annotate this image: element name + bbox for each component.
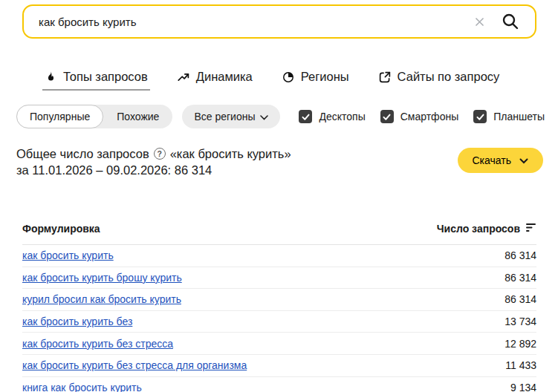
sort-descending-icon (525, 223, 536, 235)
checkbox-desktops[interactable]: Десктопы (299, 110, 365, 123)
summary-prefix: Общее число запросов (16, 146, 149, 162)
tab-sites-by-query[interactable]: Сайты по запросу (376, 70, 502, 91)
search-input[interactable] (39, 16, 470, 28)
wordstat-page: Топы запросов Динамика Регионы Сайты по … (0, 0, 558, 392)
tab-label: Регионы (301, 70, 349, 84)
flame-icon (45, 71, 57, 83)
chevron-down-icon (260, 111, 268, 122)
query-link[interactable]: как бросить курить без стресса (22, 338, 173, 350)
tab-bar: Топы запросов Динамика Регионы Сайты по … (42, 70, 502, 91)
query-count: 9 134 (510, 382, 536, 392)
query-summary: Общее число запросов ? «как бросить кури… (16, 146, 291, 178)
device-label: Смартфоны (400, 111, 459, 122)
table-row: курил бросил как бросить курить 86 314 (22, 289, 536, 311)
tab-label: Динамика (196, 70, 253, 84)
table-row: как бросить курить без стресса 12 892 (22, 333, 536, 355)
query-count: 13 734 (505, 316, 536, 327)
query-count: 86 314 (505, 272, 536, 284)
queries-table: Формулировка Число запросов как бросить … (22, 217, 536, 392)
table-row: как бросить курить 86 314 (22, 245, 536, 267)
mode-similar[interactable]: Похожие (103, 105, 172, 128)
query-count: 11 433 (505, 359, 536, 371)
download-label: Скачать (473, 154, 512, 166)
summary-period: за 11.01.2026 – 09.02.2026: 86 314 (16, 162, 291, 178)
device-label: Планшеты (493, 111, 545, 122)
summary-query: «как бросить курить» (170, 146, 291, 162)
column-count-label: Число запросов (437, 223, 520, 235)
table-row: как бросить курить брошу курить 86 314 (22, 267, 536, 290)
checkbox-checked-icon (299, 110, 312, 123)
table-row: книга как бросить курить 9 134 (22, 377, 536, 392)
checkbox-tablets[interactable]: Планшеты (473, 110, 545, 123)
query-link[interactable]: как бросить курить без стресса для орган… (22, 359, 247, 371)
device-label: Десктопы (319, 111, 365, 122)
external-link-icon (378, 71, 392, 84)
device-filters: Десктопы Смартфоны Планшеты (299, 110, 545, 123)
query-count: 86 314 (505, 293, 536, 305)
mode-switcher: Популярные Похожие (16, 105, 172, 128)
query-link[interactable]: как бросить курить (22, 249, 114, 261)
query-count: 86 314 (505, 249, 536, 261)
query-link[interactable]: как бросить курить брошу курить (22, 272, 182, 284)
table-row: как бросить курить без 13 734 (22, 311, 536, 333)
clear-icon[interactable] (470, 12, 489, 31)
query-count: 12 892 (505, 338, 536, 350)
tab-dynamics[interactable]: Динамика (175, 70, 255, 91)
query-link[interactable]: курил бросил как бросить курить (22, 293, 181, 305)
trend-up-icon (177, 71, 190, 84)
checkbox-smartphones[interactable]: Смартфоны (380, 110, 459, 123)
tab-regions[interactable]: Регионы (279, 70, 351, 91)
region-label: Все регионы (194, 111, 255, 122)
column-phrase: Формулировка (22, 223, 100, 235)
checkbox-checked-icon (380, 110, 394, 123)
query-link[interactable]: как бросить курить без (22, 316, 132, 327)
table-row: как бросить курить без стресса для орган… (22, 355, 536, 377)
query-link[interactable]: книга как бросить курить (22, 382, 142, 392)
chevron-down-icon (519, 154, 528, 166)
checkbox-checked-icon (473, 110, 487, 123)
tab-label: Сайты по запросу (398, 70, 500, 84)
globe-icon (282, 71, 295, 84)
table-header: Формулировка Число запросов (22, 217, 536, 245)
help-icon[interactable]: ? (154, 148, 166, 160)
region-selector[interactable]: Все регионы (182, 105, 280, 128)
search-bar (22, 4, 536, 39)
tab-label: Топы запросов (63, 70, 148, 84)
column-count[interactable]: Число запросов (437, 223, 536, 235)
download-button[interactable]: Скачать (458, 148, 544, 173)
search-icon[interactable] (499, 10, 522, 33)
mode-popular[interactable]: Популярные (16, 105, 103, 128)
summary-row: Общее число запросов ? «как бросить кури… (16, 146, 545, 178)
filter-row: Популярные Похожие Все регионы Десктопы … (16, 105, 545, 128)
tab-top-queries[interactable]: Топы запросов (42, 70, 150, 91)
